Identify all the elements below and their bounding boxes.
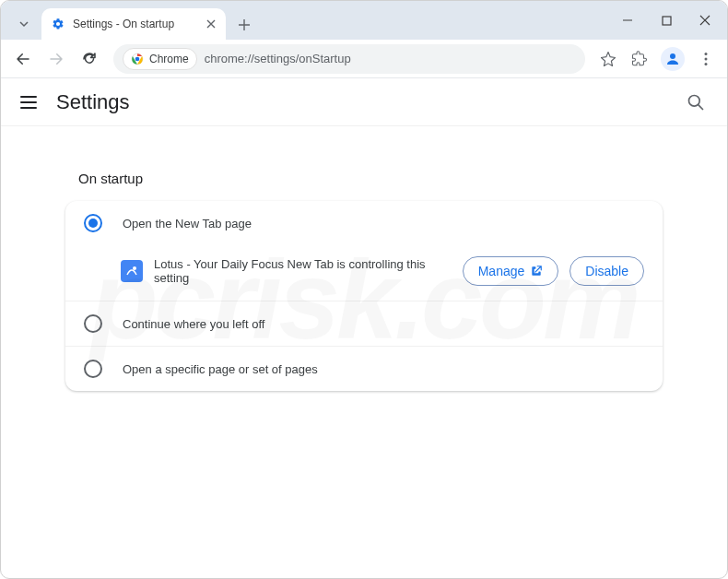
extension-text: Lotus - Your Daily Focus New Tab is cont… bbox=[154, 257, 452, 285]
option-label: Open a specific page or set of pages bbox=[123, 362, 318, 376]
option-label: Continue where you left off bbox=[123, 317, 264, 331]
option-label: Open the New Tab page bbox=[123, 217, 252, 230]
open-external-icon bbox=[530, 265, 543, 278]
svg-rect-0 bbox=[663, 17, 671, 25]
arrow-right-icon bbox=[48, 51, 65, 67]
puzzle-icon bbox=[631, 51, 648, 67]
browser-tab[interactable]: Settings - On startup bbox=[41, 8, 226, 40]
manage-button[interactable]: Manage bbox=[463, 256, 559, 286]
address-bar[interactable]: Chrome chrome://settings/onStartup bbox=[113, 44, 585, 74]
profile-button[interactable] bbox=[661, 47, 685, 71]
extension-icon bbox=[121, 260, 143, 282]
site-info-chip[interactable]: Chrome bbox=[123, 48, 197, 70]
chrome-icon bbox=[131, 53, 144, 65]
nav-forward-button[interactable] bbox=[41, 44, 71, 74]
user-icon bbox=[664, 51, 681, 67]
svg-point-4 bbox=[705, 53, 708, 55]
arrow-left-icon bbox=[15, 51, 31, 67]
radio-selected[interactable] bbox=[84, 214, 102, 232]
gear-icon bbox=[51, 17, 65, 31]
svg-point-3 bbox=[670, 53, 675, 59]
window-minimize-button[interactable] bbox=[615, 7, 640, 33]
maximize-icon bbox=[662, 16, 672, 26]
nav-back-button[interactable] bbox=[8, 44, 38, 74]
option-open-new-tab[interactable]: Open the New Tab page bbox=[65, 201, 663, 245]
disable-button[interactable]: Disable bbox=[569, 256, 644, 286]
svg-point-8 bbox=[133, 266, 136, 270]
kebab-icon bbox=[699, 52, 713, 66]
nav-reload-button[interactable] bbox=[75, 44, 104, 74]
settings-menu-button[interactable] bbox=[18, 91, 40, 113]
window-close-button[interactable] bbox=[692, 7, 718, 33]
bookmark-button[interactable] bbox=[594, 45, 622, 73]
window-maximize-button[interactable] bbox=[653, 7, 679, 33]
plus-icon bbox=[238, 18, 251, 31]
search-settings-button[interactable] bbox=[681, 88, 710, 117]
chip-label: Chrome bbox=[149, 53, 189, 65]
manage-label: Manage bbox=[478, 264, 525, 278]
settings-title: Settings bbox=[56, 90, 681, 114]
reload-icon bbox=[81, 51, 98, 67]
option-continue[interactable]: Continue where you left off bbox=[65, 301, 663, 346]
star-icon bbox=[600, 51, 616, 67]
radio-unselected[interactable] bbox=[84, 360, 102, 378]
option-specific-pages[interactable]: Open a specific page or set of pages bbox=[65, 346, 663, 391]
menu-button[interactable] bbox=[692, 45, 720, 73]
tab-close-button[interactable] bbox=[204, 17, 218, 31]
svg-point-5 bbox=[705, 57, 708, 60]
url-text: chrome://settings/onStartup bbox=[205, 52, 351, 65]
extensions-button[interactable] bbox=[626, 45, 653, 73]
close-icon bbox=[206, 19, 216, 29]
extension-control-notice: Lotus - Your Daily Focus New Tab is cont… bbox=[65, 245, 663, 301]
search-icon bbox=[687, 93, 705, 112]
radio-unselected[interactable] bbox=[84, 314, 102, 333]
disable-label: Disable bbox=[585, 264, 628, 278]
tab-search-dropdown[interactable] bbox=[12, 12, 36, 36]
chevron-down-icon bbox=[18, 18, 29, 30]
minimize-icon bbox=[622, 15, 633, 26]
hamburger-icon bbox=[19, 93, 38, 112]
section-title: On startup bbox=[78, 171, 663, 186]
startup-options-card: Open the New Tab page Lotus - Your Daily… bbox=[65, 201, 663, 391]
svg-point-6 bbox=[705, 63, 708, 65]
close-icon bbox=[699, 15, 710, 26]
tab-title: Settings - On startup bbox=[73, 18, 198, 30]
new-tab-button[interactable] bbox=[231, 12, 257, 38]
svg-point-2 bbox=[135, 56, 140, 61]
